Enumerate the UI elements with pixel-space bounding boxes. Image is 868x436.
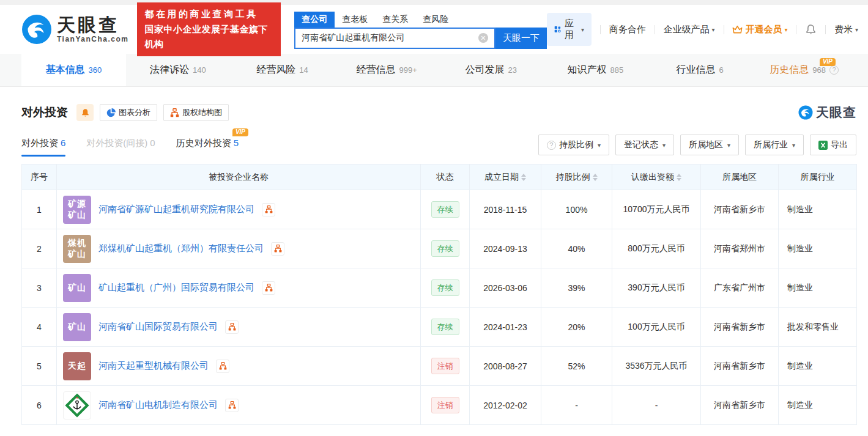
company-name-link[interactable]: 河南天起重型机械有限公司 bbox=[98, 360, 209, 372]
brand-name: 天眼查 bbox=[57, 15, 128, 35]
clear-icon[interactable]: ✕ bbox=[478, 33, 488, 43]
filter-label: 所属行业 bbox=[754, 139, 788, 150]
sort-icon[interactable] bbox=[593, 174, 598, 181]
subtab-history-investment[interactable]: VIP 历史对外投资5 bbox=[176, 138, 239, 157]
chart-analysis-button[interactable]: 图表分析 bbox=[100, 104, 157, 121]
row-founded-date: 2012-02-02 bbox=[470, 386, 541, 425]
chart-analysis-label: 图表分析 bbox=[119, 107, 150, 118]
company-name-link[interactable]: 矿山起重机（广州）国际贸易有限公司 bbox=[98, 282, 254, 294]
monitor-bell-button[interactable] bbox=[76, 104, 94, 121]
company-name-link[interactable]: 郑煤机矿山起重机（郑州）有限责任公司 bbox=[98, 243, 264, 254]
table-row: 4 矿山 河南省矿山国际贸易有限公司 存续 2024-01-23 20% 100… bbox=[22, 308, 857, 347]
subtab-indirect-investment[interactable]: 对外投资(间接)0 bbox=[86, 138, 155, 157]
subtab-label: 对外投资 bbox=[21, 138, 58, 148]
company-avatar: 煤机矿山 bbox=[63, 235, 91, 263]
search-tab-risk[interactable]: 查风险 bbox=[415, 12, 456, 28]
row-industry: 制造业 bbox=[779, 386, 857, 425]
search-button[interactable]: 天眼一下 bbox=[495, 28, 547, 49]
equity-mini-button[interactable] bbox=[262, 203, 275, 216]
row-subscribed-capital: 10700万元人民币 bbox=[612, 190, 701, 229]
excel-icon bbox=[818, 141, 828, 150]
row-shareholding-ratio: - bbox=[541, 386, 612, 425]
tianyancha-logo-icon bbox=[798, 105, 813, 120]
subtab-label: 历史对外投资 bbox=[176, 138, 231, 148]
subtab-count: 6 bbox=[61, 138, 65, 148]
table-row: 5 天起 河南天起重型机械有限公司 注销 2008-08-27 52% 3536… bbox=[22, 347, 857, 386]
table-row: 6 河南省矿山电机制造有限公司 注销 2012-02-02 - - 河南省新乡市… bbox=[22, 386, 857, 425]
company-name-link[interactable]: 河南省矿山电机制造有限公司 bbox=[98, 399, 218, 411]
enterprise-menu[interactable]: 企业级产品 ▾ bbox=[664, 24, 715, 35]
equity-mini-button[interactable] bbox=[225, 320, 239, 334]
company-cell: 煤机矿山 郑煤机矿山起重机（郑州）有限责任公司 bbox=[63, 235, 420, 263]
row-founded-date: 2024-09-13 bbox=[470, 229, 541, 268]
chevron-down-icon: ▾ bbox=[784, 26, 787, 33]
help-icon[interactable]: ? bbox=[829, 65, 839, 75]
divider bbox=[655, 25, 655, 34]
equity-mini-button[interactable] bbox=[271, 242, 284, 256]
company-name-link[interactable]: 河南省矿源矿山起重机研究院有限公司 bbox=[98, 204, 254, 215]
tab-count: 968 bbox=[812, 65, 826, 75]
filter-label: 持股比例 bbox=[559, 139, 593, 150]
equity-mini-button[interactable] bbox=[216, 360, 229, 373]
tab-operation-info[interactable]: 经营信息999+ bbox=[335, 54, 439, 86]
search-tab-company[interactable]: 查公司 bbox=[294, 12, 335, 28]
chevron-down-icon: ▾ bbox=[712, 26, 715, 33]
tab-operation-risk[interactable]: 经营风险14 bbox=[230, 54, 335, 86]
row-subscribed-capital: 390万元人民币 bbox=[612, 268, 701, 308]
row-region: 河南省郑州市 bbox=[701, 229, 779, 268]
row-industry: 制造业 bbox=[779, 347, 857, 386]
cooperation-link[interactable]: 商务合作 bbox=[609, 24, 646, 35]
slogan-line1: 都在用的商业查询工具 bbox=[144, 7, 273, 22]
sort-icon[interactable] bbox=[521, 174, 526, 181]
export-button[interactable]: 导出 bbox=[810, 135, 856, 155]
tab-history-info[interactable]: VIP 历史信息968 ? bbox=[752, 54, 856, 86]
row-region: 河南省新乡市 bbox=[701, 386, 779, 425]
search-tab-relation[interactable]: 查关系 bbox=[375, 12, 415, 28]
tab-label: 基本信息 bbox=[45, 64, 84, 76]
org-chart-icon bbox=[274, 245, 282, 253]
row-subscribed-capital: 100万元人民币 bbox=[612, 308, 701, 347]
user-menu[interactable]: 费米 ▾ bbox=[834, 24, 858, 35]
org-chart-icon bbox=[219, 362, 227, 370]
tab-industry-info[interactable]: 行业信息6 bbox=[648, 54, 752, 86]
search-box: 查公司 查老板 查关系 查风险 ✕ 天眼一下 bbox=[294, 10, 547, 49]
crown-icon bbox=[732, 25, 743, 34]
tab-legal[interactable]: 法律诉讼140 bbox=[126, 54, 231, 86]
brand-logo[interactable]: 天眼查 TianYanCha.com bbox=[21, 14, 128, 45]
open-vip-menu[interactable]: 开通会员 ▾ bbox=[732, 24, 787, 35]
apps-label: 应用 bbox=[565, 18, 577, 41]
equity-mini-button[interactable] bbox=[262, 281, 275, 295]
tab-intellectual-property[interactable]: 知识产权885 bbox=[543, 54, 648, 86]
company-name-link[interactable]: 河南省矿山国际贸易有限公司 bbox=[98, 321, 218, 333]
filter-region[interactable]: 所属地区 ▾ bbox=[680, 135, 739, 155]
filter-shareholding-ratio[interactable]: ? 持股比例 ▾ bbox=[538, 135, 609, 155]
table-row: 2 煤机矿山 郑煤机矿山起重机（郑州）有限责任公司 存续 2024-09-13 … bbox=[22, 229, 857, 268]
row-subscribed-capital: 3536万元人民币 bbox=[612, 347, 701, 386]
filter-industry[interactable]: 所属行业 ▾ bbox=[745, 135, 804, 155]
outbound-investment-section: 对外投资 图表分析 股权结构图 天眼查 对外投资6 bbox=[0, 104, 868, 425]
section-title: 对外投资 bbox=[21, 105, 68, 120]
tianyancha-page: 天眼查 TianYanCha.com 都在用的商业查询工具 国家中小企业发展子基… bbox=[0, 0, 868, 436]
row-seq: 1 bbox=[22, 190, 57, 229]
subtab-outbound-investment[interactable]: 对外投资6 bbox=[21, 138, 65, 157]
filter-registration-status[interactable]: 登记状态 ▾ bbox=[615, 135, 674, 155]
apps-menu[interactable]: 应用 ▾ bbox=[547, 13, 592, 46]
tab-basic-info[interactable]: 基本信息360 bbox=[21, 54, 126, 86]
bell-icon bbox=[81, 108, 90, 117]
tab-company-development[interactable]: 公司发展23 bbox=[439, 54, 544, 86]
equity-mini-button[interactable] bbox=[225, 399, 239, 412]
search-input[interactable] bbox=[295, 33, 478, 43]
row-industry: 批发和零售业 bbox=[779, 308, 857, 347]
top-strip bbox=[0, 0, 868, 5]
sort-icon[interactable] bbox=[677, 174, 681, 181]
search-tab-boss[interactable]: 查老板 bbox=[335, 12, 375, 28]
row-seq: 3 bbox=[22, 268, 57, 308]
company-cell: 矿源矿山 河南省矿源矿山起重机研究院有限公司 bbox=[63, 196, 420, 224]
slogan-banner: 都在用的商业查询工具 国家中小企业发展子基金旗下机构 bbox=[137, 2, 281, 56]
equity-structure-button[interactable]: 股权结构图 bbox=[163, 104, 229, 121]
status-badge: 注销 bbox=[431, 358, 459, 374]
notifications-button[interactable] bbox=[805, 24, 817, 35]
row-founded-date: 2008-08-27 bbox=[470, 347, 541, 386]
search-input-wrap: ✕ bbox=[294, 28, 495, 49]
row-shareholding-ratio: 39% bbox=[541, 268, 612, 308]
